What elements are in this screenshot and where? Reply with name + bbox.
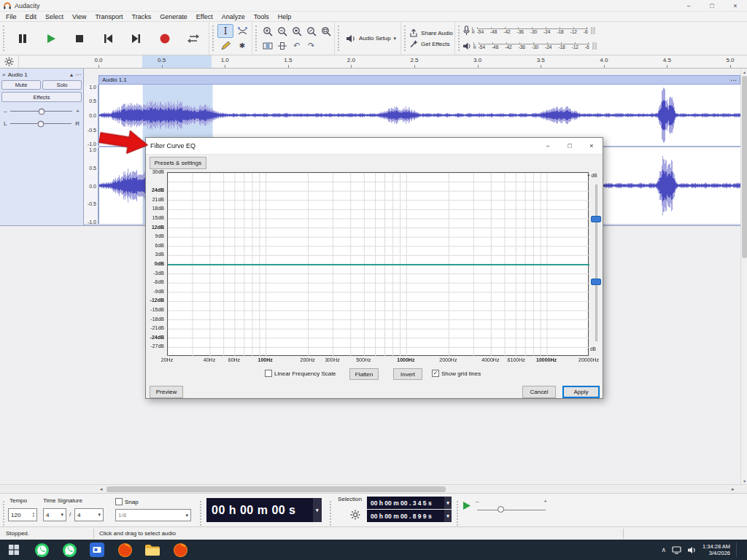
caret-down-icon[interactable]: ▾ — [313, 498, 322, 522]
scroll-up-button[interactable]: ▴ — [741, 69, 747, 74]
dialog-titlebar[interactable]: Filter Curve EQ − □ × — [146, 138, 603, 155]
gain-slider-knob[interactable] — [38, 108, 44, 114]
play-speed-slider[interactable]: ‒ + — [476, 498, 547, 516]
zoom-selection-button[interactable] — [290, 24, 303, 38]
taskbar-whatsapp-button[interactable] — [28, 540, 55, 560]
taskbar-folder-button[interactable] — [139, 540, 166, 560]
toolbar-grip[interactable] — [458, 26, 462, 51]
scroll-right-button[interactable]: ▸ — [732, 486, 735, 492]
show-grid-lines-checkbox[interactable]: ✓ Show grid lines — [432, 370, 481, 377]
menu-item[interactable]: Generate — [155, 13, 192, 20]
tempo-spinner[interactable]: ▴▾ — [33, 512, 34, 518]
selection-settings-gear-icon[interactable] — [350, 510, 360, 520]
toolbar-grip[interactable] — [330, 501, 333, 526]
caret-down-icon[interactable]: ▾ — [444, 497, 452, 509]
pan-slider[interactable]: L R — [0, 120, 83, 127]
flatten-button[interactable]: Flatten — [349, 368, 379, 380]
network-icon[interactable] — [672, 546, 681, 554]
stop-button[interactable] — [65, 25, 93, 52]
horizontal-scroll-thumb[interactable] — [107, 486, 446, 492]
zoom-toggle-button[interactable] — [304, 24, 318, 38]
checkbox-unchecked[interactable] — [265, 370, 272, 377]
taskbar-clock[interactable]: 1:34:28 AM 3/4/2026 — [703, 543, 730, 556]
clip-menu-button[interactable]: ⋯ — [730, 77, 737, 84]
zoom-in-button[interactable] — [260, 24, 274, 38]
show-desktop-divider[interactable] — [736, 542, 737, 557]
mute-button[interactable]: Mute — [1, 80, 41, 90]
time-signature-upper-select[interactable]: 4 ▾ — [43, 508, 66, 521]
snap-checkbox[interactable]: Snap — [115, 498, 139, 505]
pan-slider-track[interactable] — [10, 123, 71, 124]
invert-button[interactable]: Invert — [393, 368, 422, 380]
menu-item[interactable]: Transport — [90, 13, 127, 20]
trim-audio-button[interactable] — [260, 39, 274, 52]
skip-to-end-button[interactable] — [122, 25, 150, 52]
share-audio-button[interactable]: Share Audio — [409, 28, 453, 37]
track-name[interactable]: Audio 1 — [8, 71, 68, 78]
play-button[interactable] — [36, 25, 65, 52]
tray-chevron-up-icon[interactable]: ∧ — [661, 546, 666, 553]
toolbar-grip[interactable] — [404, 26, 408, 51]
pan-slider-knob[interactable] — [38, 120, 44, 127]
audio-setup-button[interactable]: Audio Setup ▾ — [343, 25, 399, 52]
draw-tool-button[interactable] — [217, 39, 233, 52]
menu-item[interactable]: Select — [41, 13, 68, 20]
recording-meter[interactable]: LR -54-48-42-36-30-24-18-12-6 — [463, 23, 597, 39]
taskbar-firefox-button[interactable] — [111, 540, 139, 560]
time-signature-lower-select[interactable]: 4 ▾ — [74, 508, 104, 521]
envelope-tool-button[interactable] — [234, 24, 250, 38]
toolbar-grip[interactable] — [3, 26, 7, 51]
eq-range-slider[interactable] — [595, 184, 597, 341]
timeline-ruler[interactable]: 0.00.51.01.52.02.53.03.54.04.55.0 — [0, 55, 747, 68]
horizontal-scrollbar[interactable]: ◂ ▸ — [0, 484, 747, 493]
track-collapse-button[interactable]: ▴ — [70, 71, 73, 78]
scroll-down-button[interactable]: ▾ — [741, 478, 747, 483]
snap-select[interactable]: 1/8 ▾ — [115, 509, 191, 521]
eq-range-handle-bottom[interactable] — [591, 279, 601, 285]
apply-button[interactable]: Apply — [562, 386, 600, 398]
speed-slider-knob[interactable] — [498, 506, 504, 513]
toolbar-grip[interactable] — [457, 501, 460, 526]
track-close-button[interactable]: × — [2, 71, 6, 78]
taskbar-blue-app-button[interactable] — [83, 540, 111, 560]
window-maximize-button[interactable]: □ — [700, 0, 724, 11]
record-button[interactable] — [150, 25, 179, 52]
window-minimize-button[interactable]: − — [677, 0, 700, 11]
track-menu-button[interactable]: ⋯ — [75, 71, 81, 78]
menu-item[interactable]: Effect — [192, 13, 217, 20]
eq-range-handle-top[interactable] — [591, 216, 601, 222]
audio-position-display[interactable]: 00 h 00 m 00 s ▾ — [206, 498, 322, 522]
window-close-button[interactable]: × — [724, 0, 747, 11]
pause-button[interactable] — [8, 25, 36, 52]
vertical-scrollbar[interactable]: ▴ ▾ — [740, 69, 747, 484]
caret-down-icon[interactable]: ▾ — [444, 510, 452, 522]
selection-tool-button[interactable]: I — [217, 24, 233, 38]
solo-button[interactable]: Solo — [42, 80, 82, 90]
vertical-scroll-thumb[interactable] — [742, 76, 747, 258]
toolbar-grip[interactable] — [3, 501, 7, 526]
preview-button[interactable]: Preview — [150, 386, 183, 398]
taskbar-firefox-button-2[interactable] — [166, 540, 194, 560]
dialog-maximize-button[interactable]: □ — [559, 138, 581, 154]
gain-slider-track[interactable] — [10, 111, 72, 112]
loop-button[interactable] — [179, 25, 207, 52]
get-effects-button[interactable]: Get Effects — [409, 39, 453, 48]
redo-button[interactable]: ↷ — [304, 39, 318, 52]
playback-meter[interactable]: LR -54-48-42-36-30-24-18-12-6 — [463, 39, 597, 54]
eq-plot[interactable] — [167, 172, 589, 356]
silence-audio-button[interactable] — [275, 39, 289, 52]
clip-header[interactable]: Audio 1.1 ⋯ — [98, 75, 740, 85]
multi-tool-button[interactable]: ✱ — [234, 39, 250, 52]
menu-item[interactable]: File — [1, 13, 21, 20]
timeline-options-button[interactable] — [0, 55, 19, 68]
taskbar-whatsapp-button-2[interactable] — [55, 540, 83, 560]
dialog-close-button[interactable]: × — [581, 138, 603, 154]
menu-item[interactable]: Tracks — [128, 13, 156, 20]
tempo-input[interactable]: 120 ▴▾ — [8, 508, 37, 521]
menu-item[interactable]: Edit — [21, 13, 42, 20]
presets-settings-button[interactable]: Presets & settings — [150, 157, 206, 169]
toolbar-grip[interactable] — [255, 26, 259, 51]
timeline[interactable]: 0.00.51.01.52.02.53.03.54.04.55.0 — [0, 55, 747, 69]
menu-item[interactable]: Help — [274, 13, 296, 20]
checkbox-checked[interactable]: ✓ — [432, 370, 439, 377]
